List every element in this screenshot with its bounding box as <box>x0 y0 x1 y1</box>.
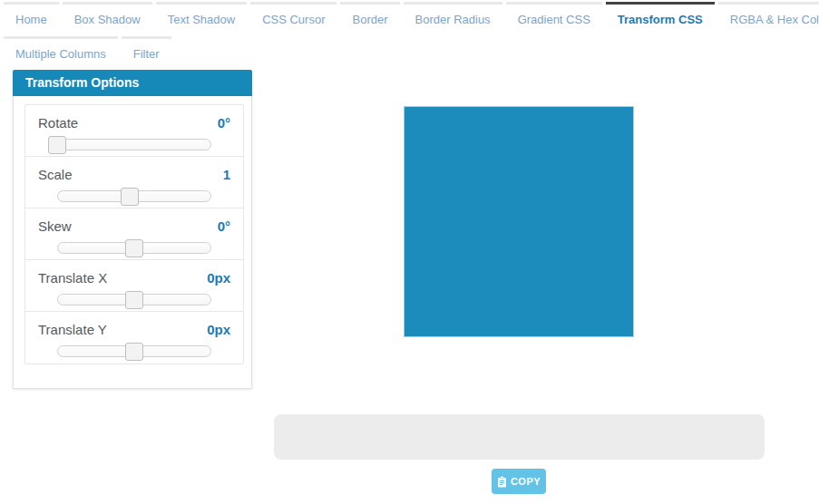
translate-y-label: Translate Y <box>38 322 107 337</box>
rotate-slider[interactable] <box>57 136 211 154</box>
tab-home[interactable]: Home <box>4 2 59 35</box>
control-row-translate-x: Translate X 0px <box>25 260 243 312</box>
tab-rgba-hex-color[interactable]: RGBA & Hex Color <box>718 2 819 35</box>
css-output-textarea[interactable] <box>274 414 765 460</box>
tab-box-shadow[interactable]: Box Shadow <box>63 2 152 35</box>
control-row-scale: Scale 1 <box>25 157 243 208</box>
translate-x-label: Translate X <box>38 270 107 286</box>
scale-value: 1 <box>223 167 230 182</box>
control-row-rotate: Rotate 0° <box>25 105 243 157</box>
scale-slider[interactable] <box>57 188 211 206</box>
rotate-slider-track[interactable] <box>57 139 211 150</box>
translate-x-slider[interactable] <box>57 291 211 309</box>
tab-border-radius[interactable]: Border Radius <box>404 2 502 35</box>
tab-filter[interactable]: Filter <box>122 36 171 70</box>
tab-transform-css[interactable]: Transform CSS <box>606 2 715 35</box>
skew-label: Skew <box>38 218 72 234</box>
tab-gradient-css[interactable]: Gradient CSS <box>506 2 602 35</box>
control-row-translate-y: Translate Y 0px <box>25 312 243 363</box>
control-list: Rotate 0° Scale 1 <box>24 104 244 364</box>
tab-border[interactable]: Border <box>340 2 399 35</box>
skew-slider-handle[interactable] <box>125 239 143 257</box>
control-row-skew: Skew 0° <box>25 208 243 260</box>
rotate-slider-handle[interactable] <box>48 136 66 154</box>
copy-button[interactable]: COPY <box>492 469 546 494</box>
skew-slider[interactable] <box>57 239 211 257</box>
transform-options-panel: Transform Options Rotate 0° Scale <box>13 71 252 389</box>
clipboard-icon <box>497 476 507 488</box>
rotate-label: Rotate <box>38 115 78 131</box>
transform-css-generator-page: Home Box Shadow Text Shadow CSS Cursor B… <box>0 0 819 504</box>
scale-label: Scale <box>38 167 73 182</box>
rotate-value: 0° <box>218 115 230 131</box>
copy-button-label: COPY <box>511 476 541 487</box>
transform-preview-square <box>404 106 634 337</box>
panel-body: Rotate 0° Scale 1 <box>14 96 251 388</box>
tab-multiple-columns[interactable]: Multiple Columns <box>4 36 118 70</box>
scale-slider-handle[interactable] <box>121 188 139 206</box>
translate-y-slider[interactable] <box>57 343 211 361</box>
main-tab-bar: Home Box Shadow Text Shadow CSS Cursor B… <box>0 2 819 35</box>
tab-text-shadow[interactable]: Text Shadow <box>156 2 247 35</box>
translate-y-slider-handle[interactable] <box>125 343 143 361</box>
skew-value: 0° <box>218 218 230 234</box>
panel-title: Transform Options <box>13 70 252 96</box>
main-tab-bar-row2: Multiple Columns Filter <box>0 36 175 70</box>
translate-y-value: 0px <box>207 322 230 337</box>
translate-x-slider-handle[interactable] <box>125 291 143 309</box>
tab-css-cursor[interactable]: CSS Cursor <box>250 2 336 35</box>
translate-x-value: 0px <box>207 270 230 286</box>
